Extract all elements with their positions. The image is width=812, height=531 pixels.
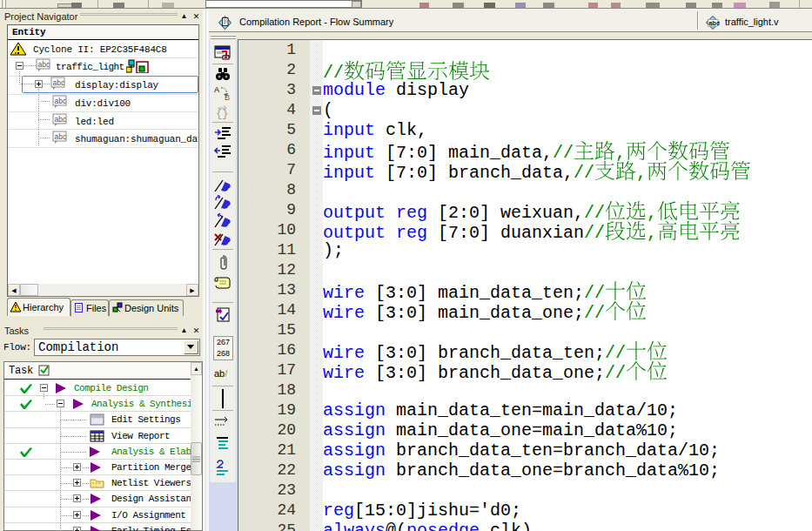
svg-text:abc: abc	[708, 19, 720, 27]
svg-text:abc: abc	[55, 132, 67, 141]
svg-text:{}: {}	[216, 108, 228, 119]
svg-text:A: A	[214, 85, 219, 94]
svg-text:abc: abc	[55, 97, 67, 105]
svg-text:abc: abc	[53, 78, 65, 87]
svg-text:abc: abc	[38, 60, 50, 69]
svg-text:abc: abc	[55, 115, 67, 124]
